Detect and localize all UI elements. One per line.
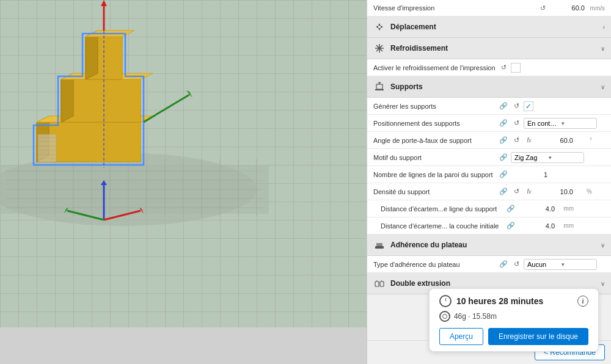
- positionnement-row: Positionnement des supports 🔗 ↺ En conta…: [367, 115, 611, 132]
- deplacement-icon: [373, 21, 386, 33]
- adherence-title: Adhérence du plateau: [390, 241, 601, 249]
- dist-ligne-value: 4.0: [518, 205, 555, 213]
- motif-link-btn[interactable]: 🔗: [498, 152, 509, 163]
- type-adherence-label: Type d'adhérence du plateau: [373, 261, 496, 268]
- save-btn[interactable]: Enregistrer sur le disque: [488, 328, 588, 345]
- densite-row: Densité du support 🔗 ↺ fx 10.0 %: [367, 183, 611, 200]
- apercu-btn[interactable]: Aperçu: [439, 328, 483, 345]
- generer-link-btn[interactable]: 🔗: [498, 101, 509, 112]
- section-supports[interactable]: Supports ∨: [367, 76, 611, 98]
- angle-fx-btn[interactable]: fx: [524, 135, 535, 146]
- densite-label: Densité du support: [373, 188, 496, 195]
- svg-marker-32: [101, 0, 107, 6]
- adherence-chevron: ∨: [601, 242, 605, 249]
- cooling-checkbox[interactable]: [511, 63, 521, 73]
- angle-reset-btn[interactable]: ↺: [511, 135, 522, 146]
- lignes-value: 1: [511, 171, 547, 178]
- densite-fx-btn[interactable]: fx: [524, 186, 535, 197]
- motif-label: Motif du support: [373, 154, 496, 161]
- angle-row: Angle de porte-à-faux de support 🔗 ↺ fx …: [367, 132, 611, 149]
- info-icon[interactable]: i: [577, 296, 588, 307]
- viewport: [0, 0, 367, 364]
- double-extrusion-icon: [373, 277, 386, 289]
- generer-checkmark: ✓: [525, 102, 532, 111]
- angle-link-btn[interactable]: 🔗: [498, 135, 509, 146]
- densite-link-btn[interactable]: 🔗: [498, 186, 509, 197]
- positionnement-link-btn[interactable]: 🔗: [498, 118, 509, 129]
- generer-label: Générer les supports: [373, 103, 496, 110]
- section-adherence[interactable]: Adhérence du plateau ∨: [367, 235, 611, 256]
- lignes-link-btn[interactable]: 🔗: [498, 169, 509, 180]
- densite-controls: 🔗 ↺ fx 10.0 %: [498, 186, 592, 197]
- motif-arrow: ▾: [549, 155, 581, 161]
- dist-couche-row: Distance d'écarteme... la couche initial…: [367, 217, 611, 235]
- model-svg: [0, 0, 306, 232]
- deplacement-title: Déplacement: [390, 23, 603, 31]
- positionnement-value: En contact avec le...: [527, 120, 560, 127]
- densite-unit: %: [575, 188, 592, 195]
- densite-reset-btn[interactable]: ↺: [511, 186, 522, 197]
- dist-ligne-controls: 🔗 4.0 mm: [505, 203, 574, 214]
- status-bar: 10 heures 28 minutes i 46g · 15.58m Aper…: [429, 288, 599, 352]
- svg-rect-35: [38, 134, 56, 162]
- supports-title: Supports: [390, 82, 601, 91]
- refroidissement-chevron: ∨: [601, 45, 605, 52]
- dist-couche-label: Distance d'écarteme... la couche initial…: [381, 222, 503, 230]
- speed-input[interactable]: [551, 4, 585, 12]
- dist-ligne-unit: mm: [557, 205, 574, 212]
- supports-chevron: ∨: [601, 84, 605, 90]
- clock-icon: [439, 295, 452, 307]
- svg-rect-53: [375, 246, 384, 249]
- motif-dropdown[interactable]: Zig Zag ▾: [511, 152, 584, 163]
- svg-marker-28: [86, 31, 98, 79]
- svg-rect-50: [376, 84, 382, 89]
- generer-controls: 🔗 ↺ ✓: [498, 101, 533, 112]
- refroidissement-icon: [373, 42, 386, 54]
- speed-row: Vitesse d'impression ↺ mm/s: [367, 0, 611, 16]
- double-extrusion-title: Double extrusion: [390, 279, 601, 288]
- status-actions: Aperçu Enregistrer sur le disque: [439, 328, 588, 345]
- generer-reset-btn[interactable]: ↺: [511, 101, 522, 112]
- status-weight-label: 46g · 15.58m: [454, 312, 497, 321]
- angle-unit: °: [575, 137, 592, 144]
- type-adherence-value: Aucun: [527, 261, 560, 268]
- section-deplacement[interactable]: Déplacement ‹: [367, 16, 611, 38]
- lignes-controls: 🔗 1: [498, 169, 566, 180]
- supports-icon: [373, 81, 386, 93]
- motif-row: Motif du support 🔗 Zig Zag ▾: [367, 149, 611, 166]
- angle-label: Angle de porte-à-faux de support: [373, 137, 496, 144]
- dist-ligne-label: Distance d'écartem...e ligne du support: [381, 205, 503, 213]
- status-weight-row: 46g · 15.58m: [439, 311, 588, 322]
- type-adherence-row: Type d'adhérence du plateau 🔗 ↺ Aucun ▾: [367, 256, 611, 273]
- motif-value: Zig Zag: [514, 154, 547, 161]
- densite-value: 10.0: [536, 188, 573, 195]
- type-adherence-dropdown[interactable]: Aucun ▾: [524, 259, 597, 270]
- svg-rect-55: [375, 282, 379, 286]
- dist-ligne-link-btn[interactable]: 🔗: [505, 203, 516, 214]
- double-extrusion-chevron: ∨: [601, 280, 605, 287]
- cooling-reset-btn[interactable]: ↺: [498, 62, 509, 73]
- section-refroidissement[interactable]: Refroidissement ∨: [367, 38, 611, 59]
- adherence-icon: [373, 239, 386, 251]
- motif-controls: 🔗 Zig Zag ▾: [498, 152, 584, 163]
- positionnement-reset-btn[interactable]: ↺: [511, 118, 522, 129]
- cooling-row: Activer le refroidissement de l'impressi…: [367, 59, 611, 76]
- positionnement-arrow: ▾: [562, 120, 594, 126]
- positionnement-dropdown[interactable]: En contact avec le... ▾: [524, 118, 597, 129]
- speed-reset-icon[interactable]: ↺: [537, 2, 548, 13]
- svg-marker-52: [378, 82, 381, 83]
- angle-value: 60.0: [536, 137, 573, 144]
- type-adherence-link-btn[interactable]: 🔗: [498, 259, 509, 270]
- speed-label: Vitesse d'impression: [373, 4, 537, 12]
- deplacement-chevron: ‹: [603, 24, 605, 31]
- lignes-row: Nombre de lignes de la paroi du support …: [367, 166, 611, 183]
- dist-couche-unit: mm: [557, 222, 574, 229]
- type-adherence-arrow: ▾: [562, 261, 594, 268]
- status-time-label: 10 heures 28 minutes: [456, 296, 543, 306]
- dist-ligne-row: Distance d'écartem...e ligne du support …: [367, 200, 611, 217]
- generer-checkbox[interactable]: ✓: [524, 101, 533, 111]
- dist-couche-link-btn[interactable]: 🔗: [505, 220, 516, 231]
- svg-line-33: [144, 95, 189, 122]
- cooling-controls: ↺: [498, 62, 521, 73]
- type-adherence-reset-btn[interactable]: ↺: [511, 259, 522, 270]
